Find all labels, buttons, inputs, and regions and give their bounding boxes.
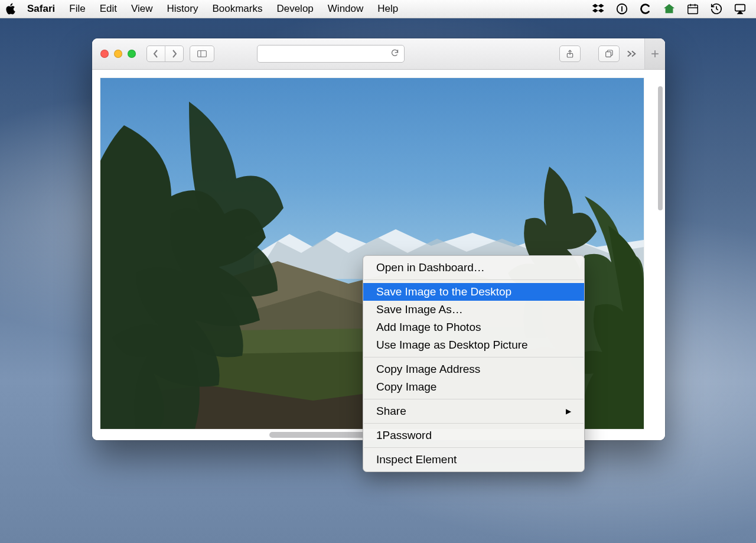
- ctx-copy-image-address[interactable]: Copy Image Address: [363, 360, 584, 378]
- ctx-use-as-desktop-picture[interactable]: Use Image as Desktop Picture: [363, 336, 584, 354]
- back-forward-buttons: [146, 45, 184, 62]
- menubar-extras: [592, 2, 756, 15]
- svg-rect-9: [735, 5, 745, 11]
- ctx-copy-image[interactable]: Copy Image: [363, 378, 584, 396]
- mac-menubar: Safari File Edit View History Bookmarks …: [0, 0, 756, 18]
- context-menu: Open in Dashboard… Save Image to the Des…: [363, 255, 585, 472]
- ctx-save-image-to-desktop[interactable]: Save Image to the Desktop: [363, 283, 584, 301]
- menu-help[interactable]: Help: [370, 3, 405, 15]
- menu-bookmarks[interactable]: Bookmarks: [205, 3, 269, 15]
- menu-window[interactable]: Window: [321, 3, 370, 15]
- minimize-window-button[interactable]: [114, 50, 122, 58]
- vertical-scroll-thumb[interactable]: [658, 86, 663, 210]
- svg-rect-13: [606, 52, 611, 57]
- ctx-separator: [364, 357, 584, 357]
- new-tab-button[interactable]: +: [644, 38, 665, 69]
- plus-icon: +: [651, 45, 659, 62]
- ctx-share-label: Share: [376, 405, 406, 418]
- ctx-add-image-to-photos[interactable]: Add Image to Photos: [363, 318, 584, 336]
- submenu-arrow-icon: ▶: [566, 407, 571, 415]
- menu-history[interactable]: History: [160, 3, 206, 15]
- share-button[interactable]: [559, 45, 581, 62]
- ctx-separator: [364, 399, 584, 399]
- apple-menu[interactable]: [0, 3, 20, 15]
- menu-file[interactable]: File: [62, 3, 92, 15]
- sidebar-button[interactable]: [190, 45, 214, 62]
- window-controls: [100, 50, 136, 58]
- menu-develop[interactable]: Develop: [269, 3, 320, 15]
- forward-button[interactable]: [165, 46, 183, 61]
- url-field[interactable]: [257, 45, 405, 63]
- show-tabs-button[interactable]: [598, 45, 620, 62]
- home-menubar-icon[interactable]: [663, 2, 676, 15]
- apple-logo-icon: [5, 3, 15, 15]
- airplay-menubar-icon[interactable]: [734, 2, 747, 15]
- zoom-window-button[interactable]: [128, 50, 136, 58]
- safari-toolbar: +: [92, 38, 665, 70]
- ctx-inspect-element[interactable]: Inspect Element: [363, 451, 584, 469]
- letter-c-menubar-icon[interactable]: [639, 2, 652, 15]
- vertical-scrollbar[interactable]: [657, 86, 663, 299]
- time-machine-menubar-icon[interactable]: [710, 2, 723, 15]
- calendar-menubar-icon[interactable]: [686, 2, 699, 15]
- app-menus: Safari File Edit View History Bookmarks …: [20, 3, 405, 15]
- close-window-button[interactable]: [100, 50, 109, 58]
- desktop-background: Safari File Edit View History Bookmarks …: [0, 0, 756, 543]
- toolbar-overflow-button[interactable]: [625, 50, 638, 58]
- menu-view[interactable]: View: [124, 3, 160, 15]
- menu-app[interactable]: Safari: [20, 3, 62, 15]
- ctx-share-submenu[interactable]: Share ▶: [363, 402, 584, 420]
- back-button[interactable]: [147, 46, 165, 61]
- ctx-separator: [364, 423, 584, 424]
- ctx-separator: [364, 447, 584, 448]
- svg-rect-2: [688, 5, 698, 14]
- ctx-1password[interactable]: 1Password: [363, 427, 584, 444]
- ctx-save-image-as[interactable]: Save Image As…: [363, 301, 584, 318]
- svg-rect-10: [198, 51, 207, 57]
- one-password-menubar-icon[interactable]: [615, 2, 628, 15]
- ctx-open-in-dashboard[interactable]: Open in Dashboard…: [363, 259, 584, 277]
- ctx-separator: [364, 279, 584, 280]
- menu-edit[interactable]: Edit: [93, 3, 124, 15]
- dropbox-menubar-icon[interactable]: [592, 2, 605, 15]
- reload-button[interactable]: [390, 48, 399, 60]
